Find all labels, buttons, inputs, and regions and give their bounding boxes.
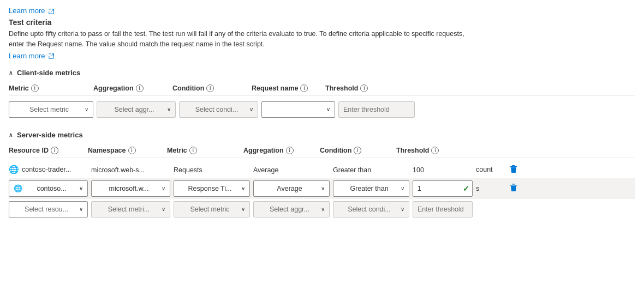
- server-edit-resourceid-wrap: 🌐 contoso... ∨: [9, 180, 88, 197]
- server-empty-namespace-dropdown[interactable]: Select metri... ∨: [91, 201, 170, 218]
- description-text: Define upto fifty criteria to pass or fa…: [9, 29, 467, 50]
- client-empty-row: Select metric ∨ Select aggr... ∨ Select …: [9, 99, 635, 120]
- client-condition-chevron-icon: ∨: [249, 106, 253, 112]
- reqname-info-icon[interactable]: i: [300, 84, 308, 92]
- page-title: Test criteria: [9, 18, 635, 27]
- client-side-section: ∧ Client-side metrics Metric i Aggregati…: [9, 69, 635, 120]
- client-metric-dropdown[interactable]: Select metric ∨: [9, 101, 93, 118]
- server-edit-aggregation-dropdown[interactable]: Average ∨: [253, 180, 330, 197]
- server-side-section: ∧ Server-side metrics Resource ID i Name…: [9, 131, 635, 220]
- server-edit-aggregation-chevron-icon: ∨: [321, 185, 325, 191]
- client-aggregation-header: Aggregation i: [93, 84, 172, 92]
- server-empty-aggregation-wrap: Select aggr... ∨: [253, 201, 330, 218]
- client-side-title: Client-side metrics: [17, 69, 80, 77]
- server-edit-namespace-wrap: microsoft.w... ∨: [91, 180, 170, 197]
- server-empty-metric-chevron-icon: ∨: [241, 206, 245, 212]
- server-condition-header: Condition i: [320, 147, 396, 154]
- client-condition-dropdown-wrap: Select condi... ∨: [179, 101, 258, 118]
- server-empty-condition-chevron-icon: ∨: [401, 206, 404, 212]
- svg-rect-1: [510, 166, 517, 167]
- server-empty-row: Select resou... ∨ Select metri... ∨ Sele…: [9, 199, 635, 220]
- server-edit-resourceid-chevron-icon: ∨: [79, 185, 83, 191]
- server-edit-unit-cell: s: [476, 185, 506, 192]
- server-aggregation-info-icon[interactable]: i: [286, 147, 294, 154]
- trash-icon-1[interactable]: [509, 166, 518, 175]
- client-threshold-input[interactable]: [338, 101, 415, 118]
- server-empty-aggregation-dropdown[interactable]: Select aggr... ∨: [253, 201, 330, 218]
- server-namespace-header: Namespace i: [88, 147, 167, 154]
- server-edit-metric-dropdown[interactable]: Response Ti... ∨: [174, 180, 250, 197]
- condition-info-icon[interactable]: i: [206, 84, 214, 92]
- server-side-title: Server-side metrics: [17, 131, 83, 139]
- server-empty-resourceid-chevron-icon: ∨: [79, 206, 83, 212]
- svg-rect-2: [512, 184, 515, 185]
- client-threshold-header: Threshold i: [325, 84, 402, 92]
- server-threshold-header: Threshold i: [396, 147, 456, 154]
- client-side-section-header[interactable]: ∧ Client-side metrics: [9, 69, 635, 77]
- server-empty-condition-dropdown[interactable]: Select condi... ∨: [333, 201, 409, 218]
- server-delete-cell-2: [509, 183, 527, 194]
- server-condition-cell: Greater than: [333, 166, 409, 174]
- server-empty-metric-dropdown[interactable]: Select metric ∨: [174, 201, 250, 218]
- server-empty-resourceid-dropdown[interactable]: Select resou... ∨: [9, 201, 88, 218]
- server-namespace-cell: microsoft.web-s...: [91, 166, 170, 174]
- server-edit-condition-wrap: Greater than ∨: [333, 180, 409, 197]
- svg-rect-3: [510, 185, 517, 186]
- external-link-icon-2: [47, 52, 54, 60]
- threshold-info-icon[interactable]: i: [360, 84, 368, 92]
- server-edit-namespace-chevron-icon: ∨: [162, 185, 165, 191]
- server-empty-resourceid-wrap: Select resou... ∨: [9, 201, 88, 218]
- server-empty-threshold-input[interactable]: [413, 201, 473, 218]
- client-aggregation-dropdown-wrap: Select aggr... ∨: [97, 101, 176, 118]
- learn-more-top-label: Learn more: [9, 7, 45, 15]
- server-edit-resourceid-dropdown[interactable]: 🌐 contoso... ∨: [9, 180, 88, 197]
- server-metric-info-icon[interactable]: i: [189, 147, 197, 154]
- client-reqname-chevron-icon: ∨: [326, 106, 330, 112]
- server-table-header: Resource ID i Namespace i Metric i Aggre…: [9, 144, 635, 158]
- server-metric-header: Metric i: [167, 147, 243, 154]
- server-edit-condition-dropdown[interactable]: Greater than ∨: [333, 180, 409, 197]
- trash-icon-2[interactable]: [509, 184, 518, 194]
- server-condition-info-icon[interactable]: i: [354, 147, 361, 154]
- client-aggregation-dropdown[interactable]: Select aggr... ∨: [97, 101, 176, 118]
- server-edit-metric-wrap: Response Ti... ∨: [174, 180, 250, 197]
- client-condition-dropdown[interactable]: Select condi... ∨: [179, 101, 258, 118]
- client-reqname-dropdown[interactable]: ∨: [261, 101, 335, 118]
- server-edit-row: 🌐 contoso... ∨ microsoft.w... ∨ Response…: [9, 178, 635, 199]
- server-metric-cell: Requests: [174, 166, 250, 174]
- client-chevron-icon: ∧: [9, 70, 13, 76]
- learn-more-bottom-link[interactable]: Learn more: [9, 52, 54, 60]
- resourceid-info-icon[interactable]: i: [51, 147, 58, 154]
- server-empty-threshold-wrap: [413, 201, 473, 218]
- server-empty-metric-wrap: Select metric ∨: [174, 201, 250, 218]
- server-edit-condition-chevron-icon: ∨: [401, 185, 404, 191]
- server-edit-threshold-input-container: ✓: [413, 180, 473, 197]
- server-static-row: 🌐 contoso-trader... microsoft.web-s... R…: [9, 161, 635, 178]
- client-metric-dropdown-wrap: Select metric ∨: [9, 101, 93, 118]
- server-aggregation-cell: Average: [253, 166, 330, 174]
- learn-more-top-link[interactable]: Learn more: [9, 7, 54, 15]
- svg-rect-0: [512, 165, 515, 166]
- server-empty-aggregation-chevron-icon: ∨: [321, 206, 325, 212]
- server-aggregation-header: Aggregation i: [243, 147, 320, 154]
- aggregation-info-icon[interactable]: i: [136, 84, 144, 92]
- learn-more-bottom-label: Learn more: [9, 52, 45, 60]
- server-edit-metric-chevron-icon: ∨: [241, 185, 245, 191]
- server-empty-namespace-wrap: Select metri... ∨: [91, 201, 170, 218]
- server-resourceid-cell: 🌐 contoso-trader...: [9, 165, 88, 174]
- globe-icon-2: 🌐: [14, 184, 22, 192]
- server-edit-threshold-wrap: ✓: [413, 180, 473, 197]
- server-chevron-icon: ∧: [9, 132, 13, 138]
- client-metric-chevron-icon: ∨: [85, 106, 88, 112]
- client-threshold-input-wrap: [338, 101, 415, 118]
- client-reqname-header: Request name i: [252, 84, 325, 92]
- server-edit-namespace-dropdown[interactable]: microsoft.w... ∨: [91, 180, 170, 197]
- server-edit-aggregation-wrap: Average ∨: [253, 180, 330, 197]
- server-threshold-info-icon[interactable]: i: [431, 147, 439, 154]
- server-side-section-header[interactable]: ∧ Server-side metrics: [9, 131, 635, 139]
- client-aggregation-chevron-icon: ∨: [167, 106, 171, 112]
- metric-info-icon[interactable]: i: [31, 84, 39, 92]
- namespace-info-icon[interactable]: i: [128, 147, 136, 154]
- server-unit-cell: count: [476, 166, 506, 173]
- client-reqname-dropdown-wrap: ∨: [261, 101, 335, 118]
